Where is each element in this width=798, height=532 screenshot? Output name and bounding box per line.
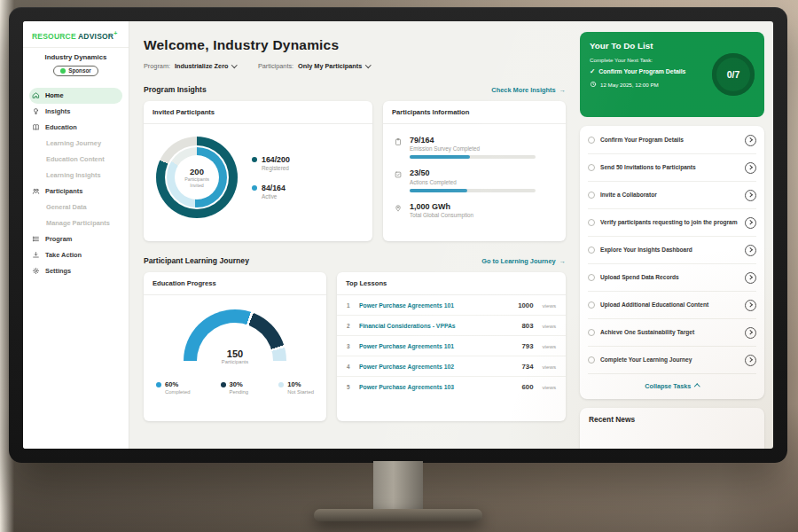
sidebar-item-program[interactable]: Program bbox=[23, 231, 129, 247]
task-row[interactable]: Confirm Your Program Details bbox=[588, 127, 756, 154]
sidebar-item-home[interactable]: Home bbox=[29, 88, 122, 104]
chevron-right-icon bbox=[748, 331, 753, 335]
task-open-button[interactable] bbox=[745, 162, 756, 174]
sidebar-item-label: Learning Insights bbox=[46, 171, 101, 179]
task-open-button[interactable] bbox=[745, 272, 756, 284]
task-row[interactable]: Upload Spend Data Records bbox=[588, 264, 756, 292]
card-title: Invited Participants bbox=[144, 101, 372, 124]
lesson-title-link[interactable]: Power Purchase Agreements 103 bbox=[359, 384, 515, 390]
task-label: Upload Spend Data Records bbox=[600, 273, 739, 281]
sidebar-item-education[interactable]: Education bbox=[23, 120, 129, 136]
lesson-views: 1000 bbox=[518, 301, 533, 309]
lesson-row[interactable]: 1 Power Purchase Agreements 101 1000 vie… bbox=[337, 295, 566, 316]
sidebar-item-label: Home bbox=[45, 91, 64, 99]
legend-item-active: 84/164 Active bbox=[252, 184, 290, 200]
task-open-button[interactable] bbox=[745, 190, 756, 201]
legend-value: 30% bbox=[230, 380, 249, 388]
task-open-button[interactable] bbox=[745, 355, 756, 366]
legend-value: 84/164 bbox=[262, 184, 286, 192]
sidebar-item-settings[interactable]: Settings bbox=[23, 263, 129, 279]
lesson-row[interactable]: 2 Financial Considerations - VPPAs 803 v… bbox=[337, 316, 566, 336]
lesson-rank: 2 bbox=[347, 323, 352, 329]
task-row[interactable]: Complete Your Learning Journey bbox=[588, 347, 756, 374]
chevron-right-icon bbox=[748, 138, 753, 143]
logo-text-resource: RESOURCE bbox=[32, 32, 76, 41]
lesson-views: 793 bbox=[522, 342, 534, 350]
go-to-learning-journey-link[interactable]: Go to Learning Journey → bbox=[481, 257, 566, 265]
task-row[interactable]: Upload Additional Educational Content bbox=[588, 292, 756, 319]
lesson-row[interactable]: 4 Power Purchase Agreements 102 734 view… bbox=[337, 356, 566, 377]
lightbulb-icon bbox=[32, 107, 40, 115]
lesson-views-label: views bbox=[543, 323, 556, 329]
task-checkbox[interactable] bbox=[588, 301, 595, 309]
donut-value: 200 bbox=[190, 167, 204, 176]
chevron-right-icon bbox=[748, 248, 753, 253]
sidebar-item-education-content[interactable]: Education Content bbox=[23, 152, 129, 168]
sponsor-badge[interactable]: Sponsor bbox=[53, 66, 98, 76]
legend-item-not-started: 10% Not Started bbox=[278, 380, 314, 395]
task-checkbox[interactable] bbox=[588, 164, 595, 171]
task-open-button[interactable] bbox=[745, 245, 756, 256]
task-checkbox[interactable] bbox=[588, 274, 595, 281]
participants-filter[interactable]: Participants: Only My Participants bbox=[258, 62, 371, 70]
chevron-right-icon bbox=[748, 221, 753, 225]
lesson-title-link[interactable]: Power Purchase Agreements 101 bbox=[359, 343, 515, 349]
task-checkbox[interactable] bbox=[588, 219, 595, 226]
check-more-insights-link[interactable]: Check More Insights → bbox=[491, 86, 566, 94]
task-open-button[interactable] bbox=[745, 300, 756, 311]
lesson-title-link[interactable]: Power Purchase Agreements 102 bbox=[359, 364, 515, 370]
sidebar-item-learning-journey[interactable]: Learning Journey bbox=[23, 136, 129, 152]
task-open-button[interactable] bbox=[745, 327, 756, 339]
tasks-card: Confirm Your Program Details Send 50 Inv… bbox=[580, 126, 764, 399]
todo-progress-ring: 0/7 bbox=[712, 53, 755, 96]
task-row[interactable]: Send 50 Invitations to Participants bbox=[588, 154, 756, 182]
insights-cards-row: Invited Participants 200 Participants In… bbox=[144, 101, 566, 241]
lesson-title-link[interactable]: Power Purchase Agreements 101 bbox=[359, 302, 511, 309]
task-row[interactable]: Achieve One Sustainability Target bbox=[588, 319, 756, 347]
task-open-button[interactable] bbox=[745, 135, 756, 146]
chevron-right-icon bbox=[748, 166, 753, 170]
task-checkbox[interactable] bbox=[588, 329, 595, 336]
lesson-rank: 4 bbox=[347, 364, 352, 370]
legend-value: 60% bbox=[165, 380, 191, 388]
monitor-stand-neck bbox=[373, 461, 423, 512]
lesson-title-link[interactable]: Financial Considerations - VPPAs bbox=[359, 323, 515, 329]
collapse-tasks-label: Collapse Tasks bbox=[645, 382, 691, 390]
sidebar-item-label: Take Action bbox=[45, 251, 82, 259]
legend-label: Not Started bbox=[287, 389, 314, 395]
sidebar-item-participants[interactable]: Participants bbox=[23, 184, 129, 200]
task-row[interactable]: Verify participants requesting to join t… bbox=[588, 209, 756, 237]
sidebar-item-learning-insights[interactable]: Learning Insights bbox=[23, 168, 129, 184]
book-icon bbox=[32, 123, 40, 131]
sidebar-item-insights[interactable]: Insights bbox=[23, 104, 129, 120]
task-label: Explore Your Insights Dashboard bbox=[600, 246, 739, 254]
sidebar-item-manage-participants[interactable]: Manage Participants bbox=[23, 215, 129, 231]
program-insights-header: Program Insights Check More Insights → bbox=[144, 85, 566, 94]
card-title: Participants Information bbox=[383, 101, 566, 124]
gauge-caption: Participants bbox=[184, 359, 286, 364]
task-row[interactable]: Invite a Collaborator bbox=[588, 182, 756, 209]
chevron-right-icon bbox=[748, 303, 753, 308]
task-open-button[interactable] bbox=[745, 217, 756, 229]
task-checkbox[interactable] bbox=[588, 192, 595, 199]
task-checkbox[interactable] bbox=[588, 356, 595, 364]
task-checkbox[interactable] bbox=[588, 246, 595, 254]
sidebar-item-label: Participants bbox=[45, 187, 82, 195]
lesson-row[interactable]: 3 Power Purchase Agreements 101 793 view… bbox=[337, 336, 566, 356]
task-label: Send 50 Invitations to Participants bbox=[600, 163, 739, 171]
legend-value: 164/200 bbox=[262, 155, 290, 164]
stat-label: Actions Completed bbox=[410, 179, 536, 185]
task-row[interactable]: Explore Your Insights Dashboard bbox=[588, 237, 756, 264]
collapse-tasks-button[interactable]: Collapse Tasks bbox=[588, 374, 756, 398]
arrow-right-icon: → bbox=[559, 257, 566, 265]
lesson-rank: 1 bbox=[347, 302, 352, 309]
clock-icon bbox=[590, 81, 597, 88]
program-filter[interactable]: Program: Industrialize Zero bbox=[144, 62, 237, 70]
sidebar-item-take-action[interactable]: Take Action bbox=[23, 247, 129, 263]
lesson-row[interactable]: 5 Power Purchase Agreements 103 600 view… bbox=[337, 377, 566, 396]
sidebar-item-general-data[interactable]: General Data bbox=[23, 200, 129, 215]
task-checkbox[interactable] bbox=[588, 137, 595, 144]
legend-dot bbox=[252, 185, 257, 191]
progress-bar-fill bbox=[410, 155, 470, 159]
education-progress-card: Education Progress 150 Participants bbox=[144, 272, 326, 421]
